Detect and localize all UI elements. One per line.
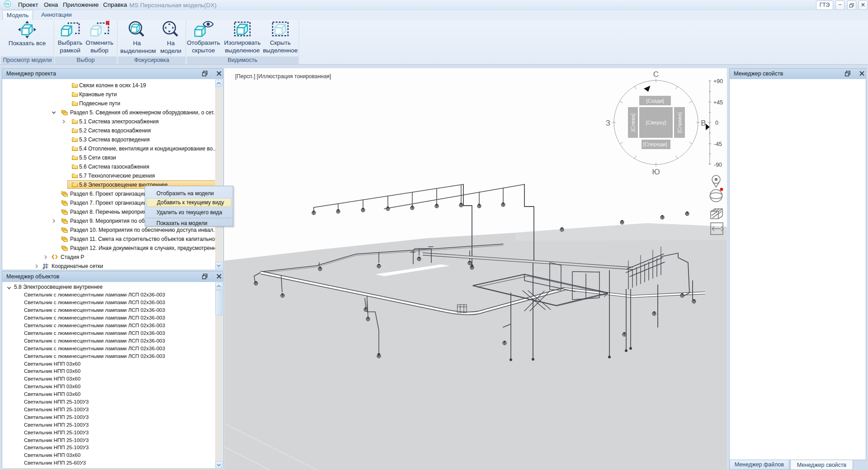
svg-text:[Спереди]: [Спереди] <box>643 141 667 147</box>
svg-text:[Сверху]: [Сверху] <box>646 120 666 125</box>
svg-text:В: В <box>701 119 706 127</box>
svg-text:0: 0 <box>715 120 718 126</box>
svg-text:С: С <box>653 70 659 79</box>
svg-text:З: З <box>606 119 610 127</box>
svg-text:-90: -90 <box>714 162 722 168</box>
svg-text:+90: +90 <box>713 78 723 85</box>
svg-text:[Слева]: [Слева] <box>630 113 636 132</box>
svg-text:+45: +45 <box>713 99 723 106</box>
svg-text:[Сзади]: [Сзади] <box>646 98 664 103</box>
svg-text:[Справа]: [Справа] <box>677 112 682 133</box>
svg-text:Ю: Ю <box>652 168 660 176</box>
svg-text:-45: -45 <box>714 141 722 147</box>
